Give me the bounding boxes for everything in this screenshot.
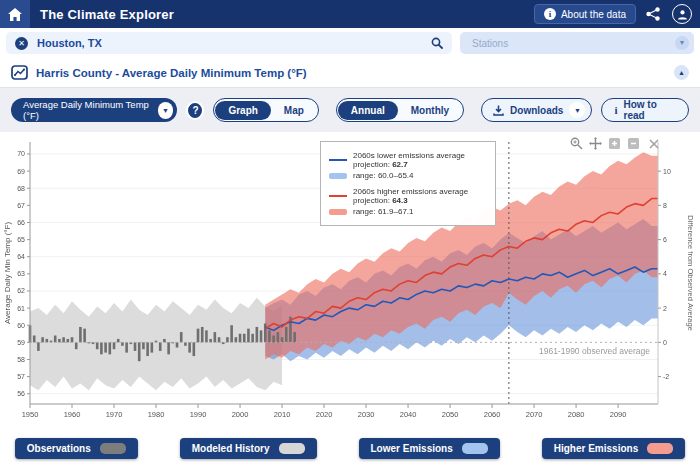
tooltip-row: range: 60.0–65.4: [329, 171, 487, 180]
graph-map-toggle: Graph Map: [213, 98, 318, 122]
legend-toggle-lower-emissions[interactable]: Lower Emissions: [359, 438, 500, 459]
account-icon: [677, 9, 688, 20]
variable-select-value: Average Daily Minimum Temp (°F): [23, 99, 158, 121]
downloads-button[interactable]: Downloads ▼: [481, 98, 592, 122]
legend-label: Lower Emissions: [371, 443, 453, 454]
home-button[interactable]: [0, 0, 30, 28]
annual-monthly-toggle: Annual Monthly: [336, 98, 464, 122]
info-icon: i: [544, 8, 556, 20]
variable-select[interactable]: Average Daily Minimum Temp (°F) ▼: [11, 98, 177, 122]
share-button[interactable]: [646, 7, 660, 21]
lower-emissions-line-swatch: [329, 159, 347, 161]
app-header: The Climate Explorer i About the data: [0, 0, 700, 28]
chart-line-icon: [11, 65, 28, 80]
tooltip-value: 60.0–65.4: [378, 171, 414, 180]
account-button[interactable]: [672, 4, 692, 24]
panel-title: Harris County - Average Daily Minimum Te…: [36, 67, 307, 79]
info-icon: i: [614, 104, 617, 116]
observations-swatch: [100, 443, 126, 454]
download-icon: [493, 105, 504, 116]
how-to-read-label: How to read: [623, 99, 676, 121]
legend-toggle-observations[interactable]: Observations: [15, 438, 138, 459]
downloads-label: Downloads: [510, 105, 563, 116]
search-row: ✕ Houston, TX Stations ▼: [0, 28, 700, 58]
tooltip-value: 61.9–67.1: [378, 207, 414, 216]
legend-label: Observations: [27, 443, 91, 454]
lower-emissions-swatch: [462, 443, 488, 454]
higher-emissions-band-swatch: [329, 209, 347, 215]
projection-summary-tooltip: 2060s lower emissions average projection…: [320, 141, 496, 226]
panel-header: Harris County - Average Daily Minimum Te…: [0, 58, 700, 88]
tooltip-label: range:: [353, 171, 376, 180]
chart-legend-bar: Observations Modeled History Lower Emiss…: [0, 430, 700, 467]
tab-graph[interactable]: Graph: [215, 101, 270, 120]
tooltip-value: 64.3: [392, 196, 408, 205]
tooltip-row: range: 61.9–67.1: [329, 207, 487, 216]
tab-map[interactable]: Map: [271, 101, 317, 120]
zoom-tool-icon[interactable]: [570, 137, 583, 150]
chevron-down-icon: ▼: [569, 102, 585, 118]
stations-placeholder: Stations: [472, 38, 508, 49]
legend-toggle-modeled-history[interactable]: Modeled History: [180, 438, 317, 459]
zoom-out-icon[interactable]: [627, 137, 640, 150]
chevron-down-icon: ▼: [675, 36, 689, 50]
stations-select[interactable]: Stations ▼: [460, 32, 694, 54]
higher-emissions-swatch: [647, 443, 673, 454]
collapse-panel-button[interactable]: ▲: [674, 65, 689, 80]
search-icon[interactable]: [431, 37, 443, 49]
tooltip-label: 2060s higher emissions average projectio…: [353, 187, 468, 205]
location-search-value: Houston, TX: [37, 37, 422, 49]
share-icon: [646, 7, 660, 21]
tooltip-value: 62.7: [392, 160, 408, 169]
how-to-read-button[interactable]: i How to read: [601, 98, 689, 122]
reset-zoom-icon[interactable]: [648, 138, 660, 150]
modeled-history-swatch: [279, 443, 305, 454]
home-icon: [8, 8, 22, 21]
chart-section: 2060s lower emissions average projection…: [0, 132, 700, 430]
legend-label: Higher Emissions: [554, 443, 638, 454]
tab-annual[interactable]: Annual: [338, 101, 398, 120]
tooltip-label: range:: [353, 207, 376, 216]
chart-toolbar: [570, 137, 660, 150]
zoom-in-icon[interactable]: [608, 137, 621, 150]
about-the-data-label: About the data: [561, 9, 626, 20]
about-the-data-button[interactable]: i About the data: [534, 4, 636, 24]
tooltip-row: 2060s higher emissions average projectio…: [329, 187, 487, 205]
higher-emissions-line-swatch: [329, 195, 347, 197]
chevron-down-icon: ▼: [158, 102, 174, 119]
tab-monthly[interactable]: Monthly: [398, 101, 462, 120]
location-search-input[interactable]: ✕ Houston, TX: [6, 32, 452, 54]
legend-toggle-higher-emissions[interactable]: Higher Emissions: [542, 438, 685, 459]
lower-emissions-band-swatch: [329, 173, 347, 179]
app-title: The Climate Explorer: [40, 7, 174, 22]
tooltip-label: 2060s lower emissions average projection…: [353, 151, 465, 169]
legend-label: Modeled History: [192, 443, 270, 454]
controls-bar: Average Daily Minimum Temp (°F) ▼ ? Grap…: [0, 88, 700, 132]
clear-location-icon[interactable]: ✕: [15, 37, 28, 50]
variable-help-button[interactable]: ?: [186, 101, 204, 120]
tooltip-row: 2060s lower emissions average projection…: [329, 151, 487, 169]
pan-tool-icon[interactable]: [589, 137, 602, 150]
